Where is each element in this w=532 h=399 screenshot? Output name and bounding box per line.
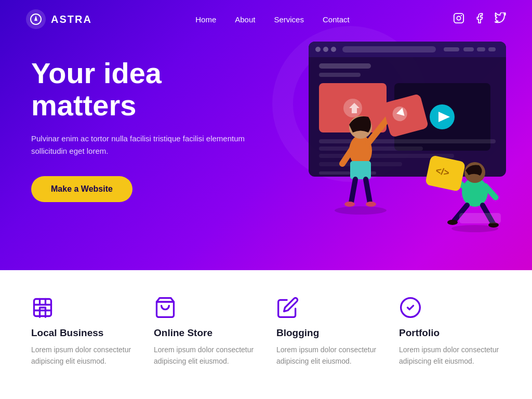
svg-point-51 <box>335 206 387 215</box>
nav-services[interactable]: Services <box>274 15 304 24</box>
svg-rect-23 <box>319 139 496 143</box>
service-online-store: Online Store Lorem ipsum dolor consectet… <box>154 296 256 367</box>
svg-point-4 <box>461 15 462 16</box>
edit-icon <box>276 296 299 319</box>
svg-rect-30 <box>350 161 371 179</box>
svg-rect-13 <box>463 47 474 51</box>
svg-marker-1 <box>34 16 37 21</box>
svg-rect-16 <box>319 63 371 69</box>
hero-section: ASTRA Home About Services Contact <box>0 0 532 270</box>
hero-subtitle: Pulvinar enim ac tortor nulla facilisi t… <box>31 132 260 157</box>
svg-rect-17 <box>319 73 361 77</box>
svg-rect-2 <box>454 13 463 22</box>
svg-point-52 <box>451 225 498 232</box>
nav-contact[interactable]: Contact <box>323 15 350 24</box>
svg-rect-27 <box>319 171 350 175</box>
svg-line-34 <box>351 179 355 203</box>
svg-rect-14 <box>477 47 485 51</box>
portfolio-title: Portfolio <box>399 327 501 339</box>
svg-rect-11 <box>342 46 436 52</box>
service-portfolio: Portfolio Lorem ipsum dolor consectetur … <box>399 296 501 367</box>
astra-logo-svg <box>30 14 42 25</box>
facebook-icon[interactable] <box>474 12 485 26</box>
check-circle-icon <box>399 296 422 319</box>
svg-line-35 <box>366 179 370 203</box>
local-business-title: Local Business <box>31 327 133 339</box>
svg-point-3 <box>457 16 460 20</box>
local-business-desc: Lorem ipsum dolor consectetur adipiscing… <box>31 344 133 367</box>
svg-point-46 <box>447 220 458 225</box>
blogging-title: Blogging <box>276 327 378 339</box>
nav-about[interactable]: About <box>235 15 255 24</box>
online-store-title: Online Store <box>154 327 256 339</box>
hero-content: Your idea matters Pulvinar enim ac torto… <box>31 57 260 202</box>
svg-rect-15 <box>488 47 496 51</box>
svg-rect-12 <box>444 47 459 51</box>
twitter-icon[interactable] <box>495 12 506 26</box>
online-store-desc: Lorem ipsum dolor consectetur adipiscing… <box>154 344 256 367</box>
logo-icon <box>26 9 46 29</box>
svg-point-8 <box>315 47 321 52</box>
instagram-icon[interactable] <box>453 12 464 26</box>
logo[interactable]: ASTRA <box>26 9 92 29</box>
svg-point-10 <box>331 47 336 52</box>
brand-name: ASTRA <box>51 14 92 25</box>
services-section: Local Business Lorem ipsum dolor consect… <box>0 270 532 393</box>
service-local-business: Local Business Lorem ipsum dolor consect… <box>31 296 133 367</box>
svg-point-36 <box>344 202 355 207</box>
social-icons <box>453 12 506 26</box>
nav-links: Home About Services Contact <box>195 15 349 24</box>
blogging-desc: Lorem ipsum dolor consectetur adipiscing… <box>276 344 378 367</box>
hero-illustration: </> <box>257 31 516 255</box>
cta-button[interactable]: Make a Website <box>31 176 132 202</box>
svg-point-37 <box>366 202 376 207</box>
portfolio-desc: Lorem ipsum dolor consectetur adipiscing… <box>399 344 501 367</box>
building-icon <box>31 296 54 319</box>
hero-title: Your idea matters <box>31 57 260 121</box>
illustration-svg: </> <box>257 31 516 255</box>
service-blogging: Blogging Lorem ipsum dolor consectetur a… <box>276 296 378 367</box>
svg-point-9 <box>323 47 328 52</box>
shopping-bag-icon <box>154 296 177 319</box>
svg-rect-50 <box>459 213 501 223</box>
nav-home[interactable]: Home <box>195 15 216 24</box>
